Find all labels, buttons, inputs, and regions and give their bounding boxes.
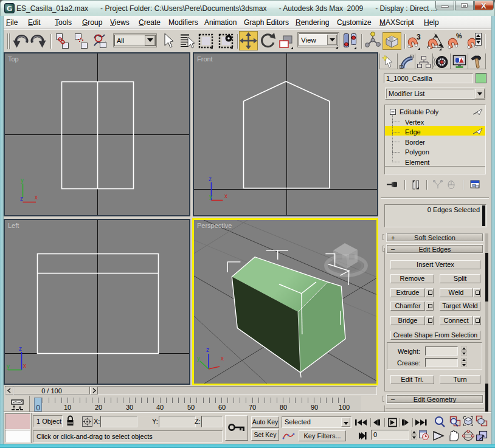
svg-text:x: x	[35, 194, 38, 201]
svg-text:%: %	[456, 32, 462, 40]
svg-text:z: z	[209, 176, 212, 182]
svg-text:x: x	[224, 193, 227, 199]
svg-text:y: y	[21, 177, 24, 184]
svg-text:All: All	[117, 37, 124, 44]
svg-text:z: z	[19, 345, 22, 352]
svg-text:y: y	[7, 363, 10, 370]
svg-text:y: y	[209, 193, 212, 200]
svg-text:3: 3	[417, 33, 421, 41]
svg-text:y: y	[197, 355, 200, 362]
svg-text:x: x	[221, 355, 224, 362]
svg-text:z: z	[20, 195, 23, 202]
svg-text:View: View	[301, 36, 316, 44]
svg-text:z: z	[206, 346, 209, 353]
svg-text:x: x	[23, 362, 26, 369]
